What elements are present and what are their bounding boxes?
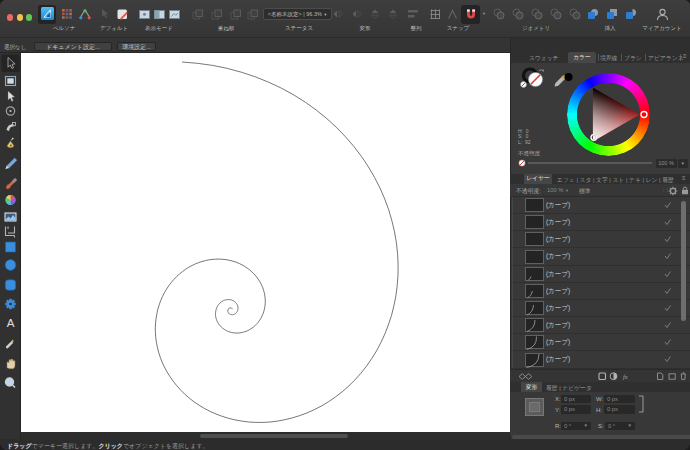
svg-text:fx: fx [623,372,628,379]
svg-text:A: A [7,317,15,329]
